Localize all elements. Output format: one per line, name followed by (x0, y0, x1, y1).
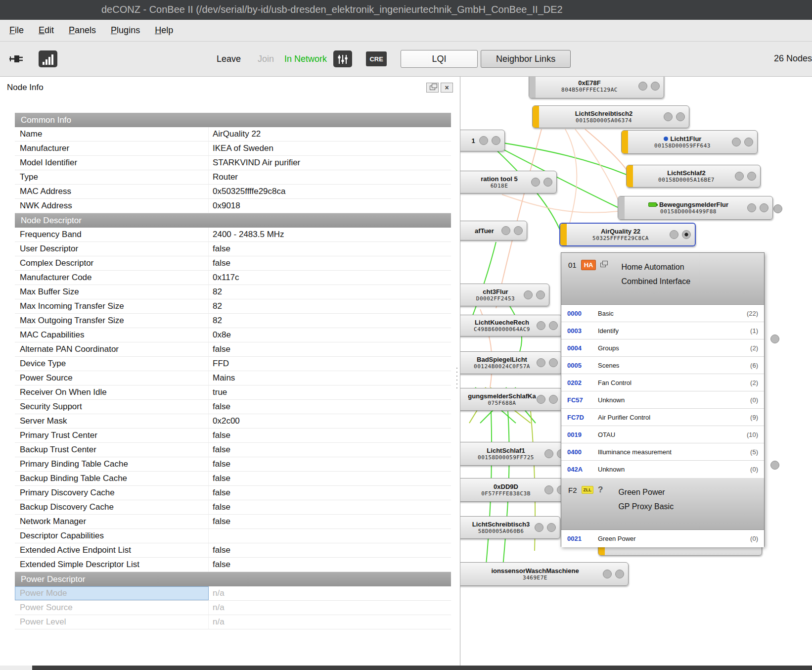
menu-help[interactable]: Help (147, 25, 180, 36)
node-endpoint-circles[interactable] (664, 112, 685, 121)
cre-button[interactable]: CRE (366, 51, 387, 66)
graph-node-badspiegellicht[interactable]: BadSpiegelLicht00124B0024C0F57A (460, 351, 562, 374)
node-info-row[interactable]: Max Outgoing Transfer Size82 (15, 314, 451, 328)
graph-node-lichtschreibtisch3[interactable]: LichtSchreibtisch358D0005A060B6 (460, 516, 560, 539)
endpoint-header[interactable]: 01 HA Home Automation Combined Interface (561, 253, 764, 305)
node-info-row[interactable]: TypeRouter (15, 170, 451, 185)
menu-edit[interactable]: Edit (31, 25, 61, 36)
float-panel-button[interactable] (426, 83, 439, 93)
cluster-row[interactable]: 0005Scenes(6) (561, 357, 764, 374)
endpoint-circle[interactable] (744, 138, 753, 146)
endpoint-circle[interactable] (537, 321, 545, 330)
cluster-row[interactable]: 0000Basic(22) (561, 305, 764, 322)
node-endpoint-circles[interactable] (670, 230, 691, 239)
node-endpoint-circles[interactable] (537, 358, 558, 367)
node-info-row[interactable]: Backup Discovery Cachefalse (15, 500, 451, 515)
endpoint-circle[interactable] (682, 230, 691, 239)
cluster-row[interactable]: 0202Fan Control(2) (561, 374, 764, 391)
node-endpoint-circles[interactable] (638, 82, 660, 91)
node-info-row[interactable]: MAC Capabilities0x8e (15, 328, 451, 342)
graph-node-lichtschreibtisch2[interactable]: LichtSchreibtisch200158D0005A06374 (532, 105, 689, 128)
graph-node-lichtschlaf1[interactable]: LichtSchlaf100158D00059FF725 (460, 442, 570, 466)
endpoint-circle[interactable] (735, 172, 744, 181)
endpoint-circle[interactable] (747, 203, 756, 212)
endpoint-circle[interactable] (544, 485, 553, 494)
node-info-row[interactable]: Backup Trust Centerfalse (15, 443, 451, 457)
endpoint-circle[interactable] (537, 358, 545, 367)
graph-node-ionssensorwaschmaschiene[interactable]: ionssensorWaschMaschiene3469E7E (460, 562, 629, 586)
endpoint-circle[interactable] (651, 82, 660, 91)
horizontal-scrollbar[interactable] (32, 666, 812, 670)
node-info-row[interactable]: Power Leveln/a (15, 615, 451, 629)
endpoint-circle[interactable] (544, 449, 553, 458)
endpoint-circle[interactable] (535, 523, 543, 532)
endpoint-circle[interactable] (492, 136, 500, 145)
window-titlebar[interactable]: deCONZ - ConBee II (/dev/serial/by-id/us… (0, 0, 812, 20)
node-endpoint-circles[interactable] (735, 172, 756, 181)
endpoint-circle[interactable] (547, 523, 556, 532)
endpoint-circle[interactable] (773, 204, 782, 213)
node-info-row[interactable]: Power Moden/a (15, 586, 451, 601)
endpoint-circle[interactable] (732, 138, 741, 146)
node-info-row[interactable]: Server Mask0x2c00 (15, 414, 451, 429)
node-info-row[interactable]: Extended Simple Descriptor Listfalse (15, 558, 451, 572)
menu-panels[interactable]: Panels (61, 25, 103, 36)
node-info-row[interactable]: Max Buffer Size82 (15, 285, 451, 299)
cluster-row[interactable]: 0021Green Power(0) (561, 530, 764, 547)
node-info-row[interactable]: Extended Active Endpoint Listfalse (15, 543, 451, 558)
graph-node-ration-tool-5[interactable]: ration tool 56D18E (460, 171, 557, 193)
node-info-row[interactable]: Complex Descriptorfalse (15, 256, 451, 271)
endpoint-circle[interactable] (536, 290, 545, 299)
cluster-row[interactable]: FC7DAir Purifier Control(9) (561, 409, 764, 426)
endpoint-circle[interactable] (549, 321, 558, 330)
node-info-row[interactable]: Security Supportfalse (15, 400, 451, 414)
cluster-row[interactable]: 0003Identify(1) (561, 322, 764, 339)
graph-node-aftuer[interactable]: afTuer (460, 221, 527, 240)
node-endpoint-circles[interactable] (537, 395, 558, 404)
endpoint-circle[interactable] (770, 461, 779, 470)
node-info-row[interactable]: Manufacturer Code0x117c (15, 271, 451, 285)
channel-sliders-icon[interactable] (333, 50, 352, 67)
cluster-row[interactable]: FC57Unknown(0) (561, 391, 764, 409)
node-endpoint-circles[interactable] (732, 138, 753, 146)
endpoint-circle[interactable] (537, 395, 545, 404)
cluster-row[interactable]: 0019OTAU(10) (561, 426, 764, 443)
endpoint-circle[interactable] (549, 358, 558, 367)
endpoint-circle[interactable] (531, 178, 540, 187)
serial-port-icon[interactable] (9, 53, 26, 65)
node-info-row[interactable]: ManufacturerIKEA of Sweden (15, 142, 451, 156)
node-info-row[interactable]: NWK Address0x9018 (15, 199, 451, 213)
node-endpoint-circles[interactable] (603, 570, 624, 578)
node-info-row[interactable]: Model IdentifierSTARKVIND Air purifier (15, 156, 451, 170)
node-info-row[interactable]: NameAirQuality 22 (15, 127, 451, 142)
endpoint-circle[interactable] (676, 112, 685, 121)
endpoint-circle[interactable] (514, 226, 523, 235)
graph-node-licht1flur[interactable]: Licht1Flur00158D00059FF643 (621, 130, 758, 154)
node-endpoint-circles[interactable] (479, 136, 500, 145)
graph-node-1[interactable]: 1 (460, 130, 505, 151)
node-endpoint-circles[interactable] (747, 203, 768, 212)
graph-node-gungsmelderschlafka[interactable]: gungsmelderSchlafKa075F688A (460, 388, 562, 411)
graph-node-airquality-22[interactable]: AirQuality 2250325FFFFE29C8CA (559, 223, 696, 246)
graph-node-lichtschlaf2[interactable]: LichtSchlaf200158D0005A16BE7 (626, 165, 761, 188)
cluster-row[interactable]: 0004Groups(2) (561, 339, 764, 357)
endpoint-circle[interactable] (501, 226, 510, 235)
close-panel-button[interactable] (441, 83, 453, 93)
cluster-row[interactable]: 0400Illuminance measurement(5) (561, 443, 764, 461)
node-endpoint-circles[interactable] (501, 226, 523, 235)
endpoint-circle[interactable] (549, 395, 558, 404)
graph-node-bewegungsmelderflur[interactable]: BewegungsmelderFlur00158D0004499F88 (618, 196, 773, 220)
endpoint-circle[interactable] (615, 570, 624, 578)
lqi-button[interactable]: LQI (401, 50, 478, 68)
node-info-row[interactable]: Device TypeFFD (15, 357, 451, 371)
neighbor-links-button[interactable]: Neighbor Links (481, 50, 571, 68)
node-info-row[interactable]: Network Managerfalse (15, 515, 451, 529)
splitter-handle[interactable] (455, 366, 458, 389)
node-info-row[interactable]: User Descriptorfalse (15, 242, 451, 256)
endpoint-circle[interactable] (524, 290, 533, 299)
node-info-row[interactable]: Primary Binding Table Cachefalse (15, 457, 451, 472)
node-endpoint-circles[interactable] (531, 178, 552, 187)
graph-node-0xdd9d[interactable]: 0xDD9D0F57FFFE838C3B (460, 478, 570, 502)
endpoint-circle[interactable] (747, 172, 756, 181)
node-endpoint-circles[interactable] (537, 321, 558, 330)
